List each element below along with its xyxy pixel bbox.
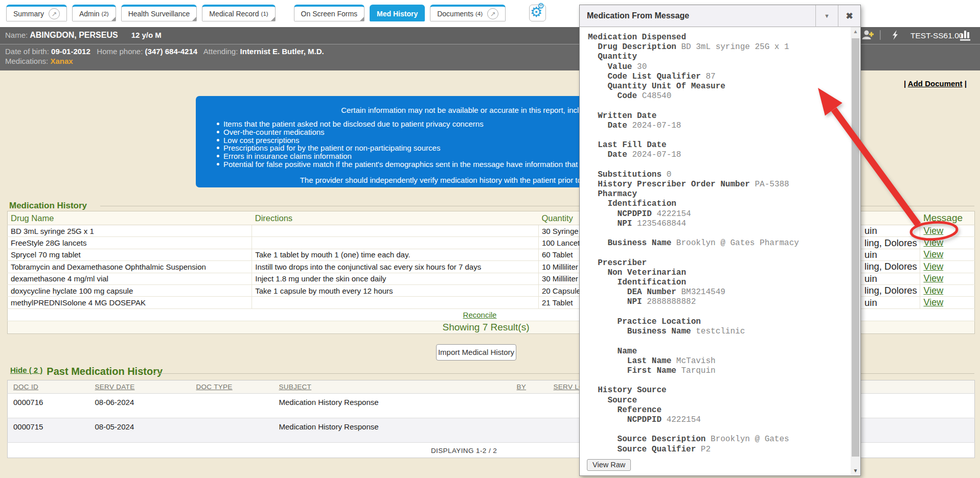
scroll-up-icon: ▲: [851, 29, 860, 34]
tab-label: Medical Record: [209, 10, 259, 18]
tab-medical-record[interactable]: Medical Record(1): [202, 5, 275, 21]
directions-cell: Inject 1.8 mg under the skin once daily: [252, 273, 539, 284]
drug-name-cell: BD 3mL syringe 25G x 1: [8, 225, 252, 237]
attending-value: Internist E. Butler, M.D.: [240, 47, 324, 56]
by-cell: [513, 394, 550, 418]
col-doc-id[interactable]: DOC ID: [8, 380, 91, 394]
doc-type-cell: [192, 418, 275, 443]
medication-from-message-panel: Medication From Message ▼ ✖ Medication D…: [579, 5, 861, 476]
message-cell: View: [920, 284, 975, 296]
message-cell: View: [920, 261, 975, 273]
submenu-corner-icon: [271, 17, 275, 21]
reconcile-link[interactable]: Reconcile: [463, 310, 497, 319]
message-cell: View: [920, 249, 975, 260]
submenu-corner-icon: [111, 17, 116, 21]
view-message-link[interactable]: View: [923, 237, 943, 248]
separator: [880, 30, 881, 40]
submenu-corner-icon: [360, 17, 364, 21]
popout-icon[interactable]: ↗: [487, 8, 498, 19]
view-message-link[interactable]: View: [923, 261, 943, 272]
tab-admin[interactable]: Admin(2): [72, 5, 116, 21]
submenu-corner-icon: [192, 17, 196, 21]
med-history-title: Medication History: [9, 201, 87, 211]
panel-scrollbar[interactable]: ▲ ▼: [851, 27, 860, 475]
directions-cell: [252, 297, 539, 308]
drug-name-cell: Tobramycin and Dexamethasone Ophthalmic …: [8, 261, 252, 273]
tab-med-history[interactable]: Med History: [370, 5, 425, 21]
tab-on-screen-forms[interactable]: On Screen Forms: [294, 5, 364, 21]
message-cell: View: [920, 225, 975, 237]
popout-icon[interactable]: ↗: [49, 8, 60, 19]
tab-label: Med History: [377, 10, 418, 18]
patient-name: ABINGDON, PERSEUS: [30, 31, 118, 39]
col-by[interactable]: BY: [513, 380, 550, 394]
tab-badge: (2): [102, 11, 109, 17]
scroll-down-icon: ▼: [851, 468, 860, 473]
medications-label: Medications:: [5, 57, 48, 65]
panel-close-button[interactable]: ✖: [838, 5, 860, 27]
add-document[interactable]: | Add Document |: [904, 79, 967, 88]
attending-label: Attending:: [203, 47, 238, 56]
col-doc-type[interactable]: DOC TYPE: [192, 380, 275, 394]
directions-cell: [252, 225, 539, 237]
drug-name-cell: doxycycline hyclate 100 mg capsule: [8, 284, 252, 296]
dob-label: Date of birth:: [5, 47, 49, 56]
message-cell: View: [920, 273, 975, 284]
view-message-link[interactable]: View: [923, 285, 943, 296]
hide-link[interactable]: Hide ( 2 ): [10, 366, 42, 374]
col-subject[interactable]: SUBJECT: [275, 380, 513, 394]
medications-value[interactable]: Xanax: [50, 57, 73, 65]
drug-name-cell: FreeStyle 28G lancets: [8, 237, 252, 249]
tab-documents[interactable]: Documents(4)↗: [430, 5, 506, 21]
showing-results: Showing 7 Result(s): [442, 322, 529, 332]
col-message[interactable]: Message: [920, 211, 975, 225]
view-message-link[interactable]: View: [923, 226, 943, 236]
col-drug-name[interactable]: Drug Name: [8, 211, 252, 225]
top-right-icons: TEST-SS61.00: [861, 27, 980, 44]
panel-header[interactable]: Medication From Message ▼ ✖: [580, 5, 860, 27]
drug-name-cell: dexamethasone 4 mg/ml vial: [8, 273, 252, 284]
tab-label: Documents: [437, 10, 473, 18]
displaying-label: DISPLAYING 1-2 / 2: [431, 447, 497, 455]
panel-minimize-button[interactable]: ▼: [815, 5, 838, 27]
col-serv-date[interactable]: SERV DATE: [91, 380, 192, 394]
view-raw-button[interactable]: View Raw: [587, 459, 631, 471]
serv-date-cell: 08-06-2024: [91, 394, 192, 418]
view-message-link[interactable]: View: [923, 249, 943, 259]
col-directions[interactable]: Directions: [252, 211, 539, 225]
drug-name-cell: Sprycel 70 mg tablet: [8, 249, 252, 260]
import-medical-history-button[interactable]: Import Medical History: [436, 344, 516, 361]
message-cell: View: [920, 237, 975, 249]
subject-cell: Medication History Response: [275, 394, 513, 418]
view-message-link[interactable]: View: [923, 297, 943, 307]
subject-cell: Medication History Response: [275, 418, 513, 443]
doc-id-cell: 0000715: [8, 418, 91, 443]
add-user-icon: [862, 31, 874, 40]
tab-badge: (4): [475, 11, 483, 17]
phone-label: Home phone:: [97, 47, 143, 56]
doc-type-cell: [192, 394, 275, 418]
patient-age-sex: 12 y/o M: [131, 31, 162, 39]
past-med-history-title: Past Medication History: [47, 366, 163, 377]
panel-body: Medication Dispensed Drug Description BD…: [580, 27, 851, 475]
name-label: Name:: [5, 31, 28, 39]
message-cell: View: [920, 297, 975, 308]
gear-icon-small: ⚙: [537, 2, 544, 10]
scrollbar-thumb[interactable]: [852, 38, 859, 457]
tab-badge: (1): [261, 11, 268, 17]
drug-name-cell: methylPREDNISolone 4 MG DOSEPAK: [8, 297, 252, 308]
tab-bar: Summary↗Admin(2)Health SurveillanceMedic…: [6, 5, 546, 21]
directions-cell: [252, 237, 539, 249]
phone-value: (347) 684-4214: [145, 47, 198, 56]
lightning-icon: [893, 30, 898, 40]
view-message-link[interactable]: View: [923, 273, 943, 283]
dob-value: 09-01-2012: [51, 47, 90, 56]
tab-summary[interactable]: Summary↗: [6, 5, 67, 21]
serv-date-cell: 08-05-2024: [91, 418, 192, 443]
tab-label: Admin: [79, 10, 100, 18]
add-document-link[interactable]: Add Document: [908, 79, 963, 88]
directions-cell: Instill two drops into the conjunctival …: [252, 261, 539, 273]
tab-label: Summary: [13, 10, 44, 18]
settings-gear-button[interactable]: ⚙⚙: [529, 5, 546, 21]
tab-health-surveillance[interactable]: Health Surveillance: [121, 5, 197, 21]
